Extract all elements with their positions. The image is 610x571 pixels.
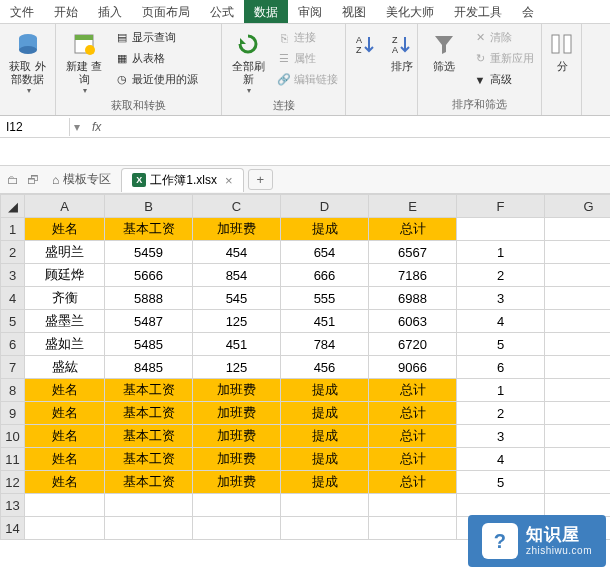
cell[interactable]: [545, 402, 611, 425]
cell[interactable]: [545, 310, 611, 333]
cell[interactable]: [25, 517, 105, 540]
cell[interactable]: 提成: [281, 402, 369, 425]
cell[interactable]: [545, 264, 611, 287]
cell[interactable]: [25, 494, 105, 517]
cell[interactable]: [545, 494, 611, 517]
tab-home[interactable]: 开始: [44, 0, 88, 23]
folder-icon[interactable]: 🗀: [4, 171, 22, 189]
cell[interactable]: [545, 287, 611, 310]
cell[interactable]: 4: [457, 310, 545, 333]
cell[interactable]: 451: [193, 333, 281, 356]
cell[interactable]: 6: [457, 356, 545, 379]
row-header[interactable]: 3: [1, 264, 25, 287]
name-box-dropdown[interactable]: ▾: [70, 120, 84, 134]
cell[interactable]: 提成: [281, 425, 369, 448]
row-header[interactable]: 13: [1, 494, 25, 517]
workbook-tab[interactable]: X 工作簿1.xlsx ×: [121, 168, 243, 192]
cell[interactable]: 盛明兰: [25, 241, 105, 264]
cell[interactable]: 提成: [281, 471, 369, 494]
col-header[interactable]: E: [369, 195, 457, 218]
cell[interactable]: 6720: [369, 333, 457, 356]
cell[interactable]: [545, 425, 611, 448]
tab-extra[interactable]: 会: [512, 0, 544, 23]
cell[interactable]: 盛如兰: [25, 333, 105, 356]
cell[interactable]: 姓名: [25, 379, 105, 402]
cell[interactable]: [545, 448, 611, 471]
cell[interactable]: 654: [281, 241, 369, 264]
cell[interactable]: [545, 379, 611, 402]
cell[interactable]: 451: [281, 310, 369, 333]
cell[interactable]: 姓名: [25, 471, 105, 494]
cell[interactable]: 加班费: [193, 218, 281, 241]
cell[interactable]: 5487: [105, 310, 193, 333]
cell[interactable]: 4: [457, 448, 545, 471]
col-header[interactable]: G: [545, 195, 611, 218]
cell[interactable]: 454: [193, 241, 281, 264]
row-header[interactable]: 5: [1, 310, 25, 333]
cell[interactable]: [457, 494, 545, 517]
cell[interactable]: 总计: [369, 425, 457, 448]
row-header[interactable]: 14: [1, 517, 25, 540]
text-to-columns-button[interactable]: 分: [546, 28, 578, 75]
cell[interactable]: 3: [457, 425, 545, 448]
cell[interactable]: 8485: [105, 356, 193, 379]
select-all-corner[interactable]: ◢: [1, 195, 25, 218]
clear-filter-button[interactable]: ✕清除: [470, 28, 537, 47]
cell[interactable]: [369, 517, 457, 540]
name-box[interactable]: I12: [0, 118, 70, 136]
row-header[interactable]: 1: [1, 218, 25, 241]
tab-beautify[interactable]: 美化大师: [376, 0, 444, 23]
cell[interactable]: 3: [457, 287, 545, 310]
connections-button[interactable]: ⎘连接: [274, 28, 341, 47]
cell[interactable]: 基本工资: [105, 402, 193, 425]
cell[interactable]: 齐衡: [25, 287, 105, 310]
filter-button[interactable]: 筛选: [422, 28, 466, 75]
cell[interactable]: 545: [193, 287, 281, 310]
cell[interactable]: 6988: [369, 287, 457, 310]
row-header[interactable]: 11: [1, 448, 25, 471]
tab-review[interactable]: 审阅: [288, 0, 332, 23]
tab-developer[interactable]: 开发工具: [444, 0, 512, 23]
cell[interactable]: 6567: [369, 241, 457, 264]
show-queries-button[interactable]: ▤显示查询: [112, 28, 201, 47]
row-header[interactable]: 10: [1, 425, 25, 448]
row-header[interactable]: 8: [1, 379, 25, 402]
cell[interactable]: 5666: [105, 264, 193, 287]
row-header[interactable]: 4: [1, 287, 25, 310]
row-header[interactable]: 6: [1, 333, 25, 356]
col-header[interactable]: F: [457, 195, 545, 218]
cell[interactable]: 6063: [369, 310, 457, 333]
cell[interactable]: 基本工资: [105, 218, 193, 241]
cell[interactable]: 456: [281, 356, 369, 379]
cell[interactable]: 总计: [369, 402, 457, 425]
cell[interactable]: 2: [457, 402, 545, 425]
cell[interactable]: 125: [193, 310, 281, 333]
cell[interactable]: 提成: [281, 218, 369, 241]
cell[interactable]: 总计: [369, 471, 457, 494]
cell[interactable]: 盛紘: [25, 356, 105, 379]
cell[interactable]: 姓名: [25, 448, 105, 471]
cell[interactable]: 666: [281, 264, 369, 287]
cell[interactable]: 顾廷烨: [25, 264, 105, 287]
cell[interactable]: [545, 356, 611, 379]
add-tab-button[interactable]: +: [248, 169, 274, 190]
fx-button[interactable]: fx: [84, 120, 109, 134]
cell[interactable]: [193, 517, 281, 540]
cell[interactable]: [105, 517, 193, 540]
row-header[interactable]: 9: [1, 402, 25, 425]
cell[interactable]: 1: [457, 241, 545, 264]
cell[interactable]: 加班费: [193, 425, 281, 448]
cell[interactable]: 加班费: [193, 448, 281, 471]
cell[interactable]: 总计: [369, 218, 457, 241]
col-header[interactable]: D: [281, 195, 369, 218]
cell[interactable]: 总计: [369, 448, 457, 471]
cell[interactable]: 加班费: [193, 402, 281, 425]
sort-az-button[interactable]: AZ: [350, 28, 382, 62]
cell[interactable]: 盛墨兰: [25, 310, 105, 333]
advanced-filter-button[interactable]: ▼高级: [470, 70, 537, 89]
cell[interactable]: 姓名: [25, 402, 105, 425]
col-header[interactable]: C: [193, 195, 281, 218]
reapply-button[interactable]: ↻重新应用: [470, 49, 537, 68]
cell[interactable]: 加班费: [193, 471, 281, 494]
cell[interactable]: 2: [457, 264, 545, 287]
